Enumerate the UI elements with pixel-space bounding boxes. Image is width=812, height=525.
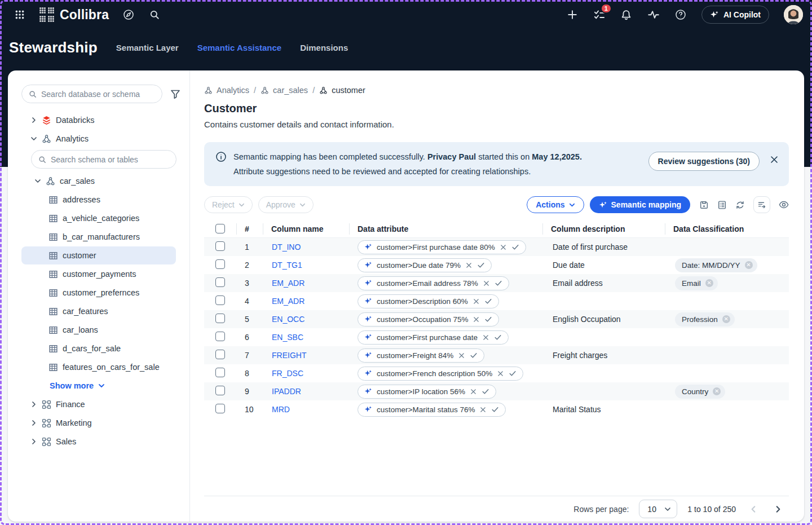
app-grid-icon[interactable] [14,8,26,21]
attribute-suggestion-chip[interactable]: customer>First purchase date [358,330,509,345]
reject-suggestion-icon[interactable] [473,316,480,323]
row-checkbox[interactable] [215,368,225,377]
next-page-button[interactable] [771,502,785,517]
classification-chip[interactable]: Country ✕ [675,385,725,399]
remove-classification-icon[interactable]: ✕ [722,315,730,323]
column-name-link[interactable]: EM_ADR [272,297,304,306]
semantic-mapping-button[interactable]: Semantic mapping [590,196,690,213]
column-name-link[interactable]: FREIGHT [272,351,306,360]
accept-suggestion-icon[interactable] [477,261,485,269]
chevron-down-icon[interactable] [30,135,37,142]
sidebar-table-addresses[interactable]: addresses [21,191,176,209]
reject-suggestion-icon[interactable] [497,370,504,377]
sidebar-table-car_features[interactable]: car_features [21,302,176,320]
remove-classification-icon[interactable]: ✕ [713,387,721,395]
previous-page-button[interactable] [746,502,761,517]
row-checkbox[interactable] [215,386,225,395]
sidebar-table-a_vehicle_categories[interactable]: a_vehicle_categories [21,209,176,227]
row-checkbox[interactable] [215,332,225,341]
sidebar-table-customer[interactable]: customer [21,246,176,264]
chevron-right-icon[interactable] [30,117,37,123]
collibra-logo[interactable]: Collibra [39,7,109,23]
attribute-suggestion-chip[interactable]: customer>Email address 78% [358,276,509,290]
view-eye-icon[interactable] [779,200,789,210]
classification-chip[interactable]: Date: MM/DD/YY ✕ [675,258,757,272]
sidebar-table-car_loans[interactable]: car_loans [21,321,176,339]
bell-icon[interactable] [620,8,633,21]
schema-search-box[interactable] [31,150,176,169]
chevron-right-icon[interactable] [30,401,37,408]
attribute-suggestion-chip[interactable]: customer>Due date 79% [358,258,492,272]
sidebar-table-features_on_cars_for_sale[interactable]: features_on_cars_for_sale [21,358,176,376]
column-name-link[interactable]: EN_OCC [272,315,304,324]
ai-copilot-button[interactable]: AI Copilot [701,6,769,24]
accept-suggestion-icon[interactable] [470,351,478,359]
reject-suggestion-icon[interactable] [479,406,487,413]
sort-filter-icon[interactable] [753,196,770,213]
row-checkbox[interactable] [215,259,225,269]
breadcrumb-analytics[interactable]: Analytics [204,86,249,95]
remove-classification-icon[interactable]: ✕ [705,279,713,287]
accept-suggestion-icon[interactable] [511,243,519,251]
reject-button[interactable]: Reject [204,196,253,213]
row-checkbox[interactable] [215,241,225,251]
chevron-down-icon[interactable] [34,178,41,184]
reject-suggestion-icon[interactable] [458,352,465,359]
nav-tab-semantic-layer[interactable]: Semantic Layer [116,43,179,52]
sidebar-item-databricks[interactable]: Databricks [21,111,176,129]
attribute-suggestion-chip[interactable]: customer>Description 60% [358,294,499,308]
approve-button[interactable]: Approve [258,196,314,213]
accept-suggestion-icon[interactable] [484,315,492,323]
remove-classification-icon[interactable]: ✕ [745,261,753,269]
column-name-link[interactable]: EM_ADR [272,279,304,288]
column-name-link[interactable]: EN_SBC [272,333,303,342]
refresh-icon[interactable] [735,200,745,210]
attribute-suggestion-chip[interactable]: customer>French description 50% [358,367,523,381]
accept-suggestion-icon[interactable] [509,369,517,377]
row-checkbox[interactable] [215,404,225,413]
reject-suggestion-icon[interactable] [473,298,480,305]
classification-chip[interactable]: Profession ✕ [675,312,735,327]
banner-close-icon[interactable] [770,155,779,164]
reject-suggestion-icon[interactable] [483,280,490,287]
sidebar-domain-finance[interactable]: Finance [21,395,176,413]
schema-search-input[interactable] [51,155,169,164]
column-name-link[interactable]: FR_DSC [272,369,303,378]
accept-suggestion-icon[interactable] [494,333,502,341]
accept-suggestion-icon[interactable] [491,405,499,413]
database-search-box[interactable] [21,85,162,103]
column-name-link[interactable]: DT_TG1 [272,261,302,270]
reject-suggestion-icon[interactable] [465,262,473,269]
column-name-link[interactable]: MRD [272,405,290,414]
reject-suggestion-icon[interactable] [482,334,489,341]
help-icon[interactable] [674,8,687,21]
sidebar-table-customer_payments[interactable]: customer_payments [21,265,176,283]
global-search-icon[interactable] [148,8,161,21]
nav-tab-semantic-assistance[interactable]: Semantic Assistance [197,43,282,52]
sidebar-item-analytics[interactable]: Analytics [21,130,176,148]
column-settings-icon[interactable] [717,200,727,210]
reject-suggestion-icon[interactable] [500,244,507,251]
save-view-icon[interactable] [699,200,709,210]
attribute-suggestion-chip[interactable]: customer>Freight 84% [358,348,484,363]
accept-suggestion-icon[interactable] [484,297,492,305]
database-search-input[interactable] [41,90,155,99]
attribute-suggestion-chip[interactable]: customer>IP location 56% [358,385,496,399]
accept-suggestion-icon[interactable] [482,387,489,395]
sidebar-item-car-sales[interactable]: car_sales [21,172,176,190]
chevron-right-icon[interactable] [30,438,37,445]
user-avatar[interactable] [784,5,803,24]
classification-chip[interactable]: Email ✕ [675,276,718,290]
create-plus-icon[interactable] [566,8,579,21]
accept-suggestion-icon[interactable] [495,279,502,287]
row-checkbox[interactable] [215,277,225,287]
row-checkbox[interactable] [215,295,225,305]
sidebar-domain-sales[interactable]: Sales [21,433,176,451]
attribute-suggestion-chip[interactable]: customer>Occupation 75% [358,312,499,327]
row-checkbox[interactable] [215,314,225,323]
show-more-link[interactable]: Show more [21,377,176,395]
breadcrumb-car-sales[interactable]: car_sales [261,86,308,95]
activity-pulse-icon[interactable] [647,8,660,21]
nav-tab-dimensions[interactable]: Dimensions [300,43,348,52]
sidebar-table-d_cars_for_sale[interactable]: d_cars_for_sale [21,339,176,358]
